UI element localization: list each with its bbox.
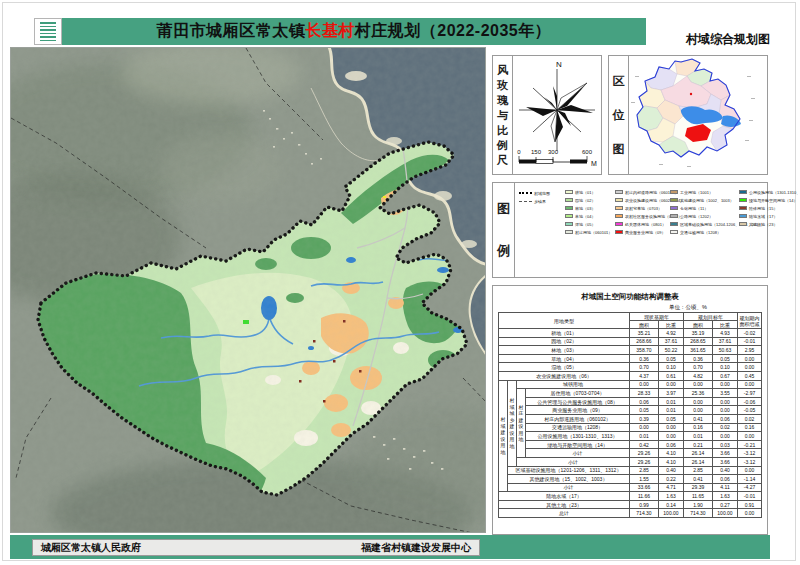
value-cell: 0.06 [713,475,738,484]
value-cell: 3.97 [659,389,684,398]
value-cell: -3.12 [738,449,762,458]
table-group-cell: 村域建设用地 [499,380,508,492]
table-row: 公共管理与公共服务设施用地（08）0.060.010.000.00-0.06 [499,397,762,406]
value-cell: 0.00 [738,509,762,518]
value-cell: 2.85 [630,466,659,475]
value-cell: 0.16 [738,423,762,432]
value-cell: 29.26 [630,457,659,466]
value-cell: 3.55 [713,389,738,398]
legend-label: 机关团体用地（0801） [625,222,666,227]
value-cell: 35.19 [684,329,713,338]
value-cell: 100.00 [659,509,684,518]
value-cell: 0.45 [738,371,762,380]
value-cell: 0.00 [630,423,659,432]
sheet-name: 村域综合规划图 [686,31,770,48]
svg-text:M: M [591,160,597,167]
legend-item: 湿地（05） [565,222,612,227]
agency-logo [34,18,62,45]
value-cell: 4.10 [659,449,684,458]
value-cell: 1.90 [684,500,713,509]
legend-swatch [739,222,747,226]
land-type-cell: 小计 [517,457,630,466]
value-cell: 4.71 [659,483,684,492]
value-cell: 0.16 [684,423,713,432]
land-type-cell: 耕地（01） [499,329,630,338]
value-cell: 50.63 [713,346,738,355]
value-cell: 1.63 [713,492,738,501]
legend-swatch [565,230,573,234]
scale-bar: 0 150 300 600 M [517,149,597,167]
value-cell: 4.37 [630,371,659,380]
table-row: 村庄内部道路用地（060102）0.390.050.410.060.02 [499,414,762,423]
value-cell: 0.10 [713,363,738,372]
legend-label: 草地（04） [575,214,595,219]
table-row: 小计33.664.7129.394.11-4.27 [499,483,762,492]
legend-panel-label: 图例 [497,188,510,272]
value-cell: 29.39 [684,483,713,492]
value-cell: 0.00 [738,354,762,363]
value-cell: 0.00 [738,466,762,475]
table-row: 湿地（05）0.700.100.700.100.00 [499,363,762,372]
legend-item: 园地（02） [565,198,612,203]
value-cell: 0.41 [684,475,713,484]
value-cell: 0.00 [659,380,684,389]
windrose-scale-panel: 风玫瑰与比例尺 N [492,55,602,175]
legend-swatch [615,198,623,202]
satellite-plan-svg [11,48,486,533]
value-cell: 4.10 [659,457,684,466]
legend-label: 绿地与开敞空间用地（14） [749,198,797,203]
legend-label: 交通运输用地（1208） [680,230,721,235]
land-type-cell: 其他建设用地（15、1002、1003） [508,475,630,484]
village-plan-map [10,47,486,533]
windrose-panel-label-col: 风玫瑰与比例尺 [493,56,513,174]
value-cell: 0.00 [738,380,762,389]
table-row: 总计714.30100.00714.30100.000.00 [499,509,762,518]
legend-swatch [670,206,678,210]
value-cell: 28.33 [630,389,659,398]
value-cell: 714.30 [684,509,713,518]
table-row: 其他土地（23）0.990.141.900.270.91 [499,500,762,509]
land-type-cell: 其他土地（23） [499,500,630,509]
legend-columns: 耕地（01）园地（02）林地（03）草地（04）湿地（05）村庄用地（06010… [515,183,767,277]
value-cell: 0.00 [713,397,738,406]
value-cell: 0.27 [713,500,738,509]
legend-label: 仓储用地（11） [680,206,708,211]
legend-swatch [565,190,573,194]
legend-swatch [615,190,623,194]
value-cell: 0.06 [659,440,684,449]
windrose-body: N [513,56,601,174]
col-header-base-year: 现状基期年 [630,313,684,321]
value-cell: -0.01 [738,492,762,501]
value-cell: 33.66 [630,483,659,492]
value-cell: 1.55 [630,475,659,484]
value-cell: 0.01 [630,432,659,441]
legend-item: 草地（04） [565,214,612,219]
legend-label: 其他土地（23） [749,222,777,227]
legend-swatch [739,190,747,194]
legend-item: 绿地与开敞空间用地（14） [739,198,800,203]
col-header-land-type: 用地类型 [499,313,630,329]
col-header-area2: 面积 [684,321,713,329]
table-row: 林地（03）358.7050.22361.6550.632.95 [499,346,762,355]
col-header-ratio: 比重 [659,321,684,329]
table-row: 小计29.264.1026.143.66-3.12 [499,457,762,466]
value-cell: 29.26 [630,449,659,458]
value-cell: 0.70 [630,363,659,372]
value-cell: 35.21 [630,329,659,338]
value-cell: 0.67 [713,371,738,380]
value-cell: 0.00 [713,432,738,441]
legend-label: 村庄用地（060101） [575,230,612,235]
value-cell: 0.05 [659,414,684,423]
legend-swatch [565,206,573,210]
value-cell: 0.99 [630,500,659,509]
legend-swatch [615,230,623,234]
value-cell: 0.00 [738,432,762,441]
windrose-panel-label: 风玫瑰与比例尺 [497,63,508,168]
value-cell: 0.05 [630,406,659,415]
value-cell: 11.65 [684,492,713,501]
legend-item: 其他土地（23） [739,222,800,227]
legend-swatch [615,214,623,218]
value-cell: 0.36 [684,354,713,363]
col-header-area: 面积 [630,321,659,329]
north-label: N [556,60,562,69]
